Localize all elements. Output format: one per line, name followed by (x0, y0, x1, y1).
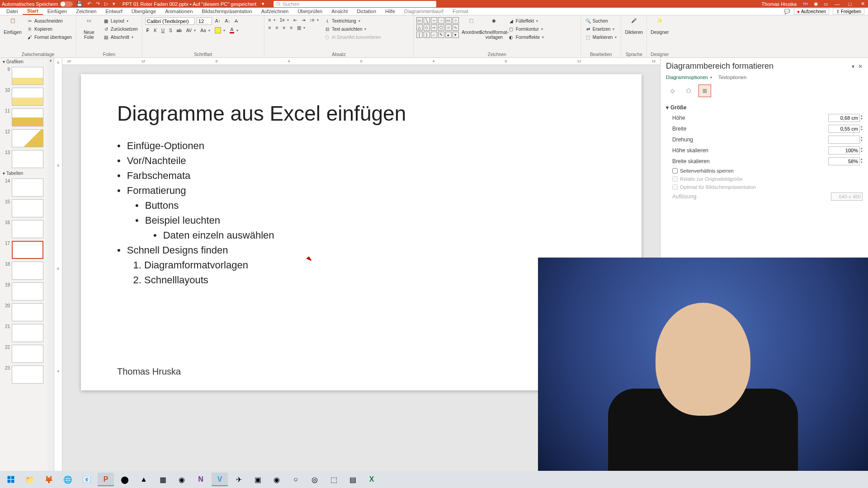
user-name[interactable]: Thomas Hruska (761, 1, 797, 7)
height-spinner[interactable]: ▴▾ (861, 114, 863, 122)
columns-button[interactable]: ▥ (296, 25, 307, 31)
dictate-button[interactable]: 🎤Diktieren (624, 17, 644, 36)
bullet-item[interactable]: Schnell Designs finden (117, 243, 605, 258)
thumb-13[interactable]: 13 (0, 149, 54, 169)
search-box[interactable]: Suchen (274, 1, 436, 7)
line-spacing-button[interactable]: ↕≡ (308, 17, 320, 23)
reset-button[interactable]: ↺Zurücksetzen (102, 25, 139, 33)
pane-close-icon[interactable]: ✕ (858, 63, 863, 70)
tab-hilfe[interactable]: Hilfe (381, 8, 400, 15)
align-text-button[interactable]: ⊟Text ausrichten (323, 25, 382, 33)
fp-size-props-icon[interactable]: ⊞ (698, 84, 711, 97)
shadow-button[interactable]: S (168, 28, 174, 33)
pane-dropdown-icon[interactable]: ▾ (852, 63, 854, 70)
tab-ansicht[interactable]: Ansicht (327, 8, 352, 15)
outlook-button[interactable]: 📧 (79, 473, 95, 486)
designer-button[interactable]: ✨Designer (650, 17, 670, 36)
bullet-item[interactable]: Beispiel leuchten (135, 213, 605, 228)
shape-diamond-icon[interactable]: ◇ (424, 24, 430, 31)
tab-dictation[interactable]: Dictation (352, 8, 381, 15)
tab-format[interactable]: Format (448, 8, 473, 15)
font-name-combo[interactable] (145, 17, 195, 25)
bullet-item[interactable]: Vor/Nachteile (117, 153, 605, 168)
tab-entwurf[interactable]: Entwurf (101, 8, 127, 15)
shape-star-icon[interactable]: ☆ (445, 24, 452, 31)
shape-rect2-icon[interactable]: ▭ (445, 17, 452, 23)
new-slide-button[interactable]: ▭ Neue Folie (79, 17, 99, 41)
tab-ueberpruefen[interactable]: Überprüfen (293, 8, 327, 15)
tab-diagrammentwurf[interactable]: Diagrammentwurf (400, 8, 448, 15)
fp-tab-chart-options[interactable]: Diagrammoptionen (666, 75, 712, 80)
app-button-6[interactable]: ◎ (307, 473, 323, 486)
file-explorer-button[interactable]: 📁 (22, 473, 38, 486)
ribbon-display-icon[interactable]: ⚏ (824, 1, 828, 7)
shape-tri-icon[interactable]: △ (416, 24, 423, 31)
from-beginning-icon[interactable]: ▷ (104, 1, 108, 7)
bullet-item[interactable]: Einfüge-Optionen (117, 138, 605, 153)
rotation-input[interactable] (828, 136, 860, 144)
scale-h-input[interactable] (828, 146, 860, 155)
align-center-button[interactable]: ≡ (274, 25, 280, 31)
smartart-button[interactable]: ⬡In SmartArt konvertieren (323, 33, 382, 41)
app-button-3[interactable]: ◉ (174, 473, 190, 486)
telegram-button[interactable]: ✈ (231, 473, 247, 486)
copy-button[interactable]: ⎘Kopieren (25, 25, 73, 33)
shapes-gallery[interactable]: ▭╲─→▭○ △◇⇨⬠☆∿ {}⌐✎▴▾ (416, 17, 459, 38)
user-avatar[interactable]: TH (802, 1, 808, 7)
window-close-icon[interactable]: ✕ (859, 1, 866, 7)
shape-callout-icon[interactable]: ⬠ (438, 24, 444, 31)
redo-icon[interactable]: ↷ (96, 1, 100, 7)
toggle-pill[interactable] (60, 1, 73, 7)
scale-w-spinner[interactable]: ▴▾ (861, 157, 863, 165)
bullet-list-l3[interactable]: Daten einzeln auswählen (153, 228, 605, 243)
grow-font-button[interactable]: A↑ (214, 18, 222, 24)
thumb-15[interactable]: 15 (0, 198, 54, 219)
paste-button[interactable]: 📋 Einfügen (3, 17, 23, 36)
height-input[interactable] (828, 114, 860, 122)
tab-animationen[interactable]: Animationen (160, 8, 197, 15)
autosave-toggle[interactable]: Automatisches Speichern (2, 1, 73, 7)
tab-bildschirmpraesentation[interactable]: Bildschirmpräsentation (197, 8, 256, 15)
bullet-item[interactable]: Farbschemata (117, 168, 605, 183)
shrink-font-button[interactable]: A↓ (224, 18, 232, 24)
shape-curve-icon[interactable]: ∿ (453, 24, 459, 31)
tab-uebergaenge[interactable]: Übergänge (127, 8, 160, 15)
tab-datei[interactable]: Datei (2, 8, 23, 15)
chrome-button[interactable]: 🌐 (60, 473, 76, 486)
thumb-10[interactable]: 10 (0, 86, 54, 107)
slide-title[interactable]: Diagramme aus Excel einfügen (117, 101, 605, 126)
section-button[interactable]: ▤Abschnitt (102, 33, 139, 41)
record-button[interactable]: ●Aufzeichnen (794, 8, 829, 14)
firefox-button[interactable]: 🦊 (41, 473, 57, 486)
bullet-list[interactable]: Einfüge-Optionen Vor/Nachteile Farbschem… (117, 138, 605, 198)
highlight-button[interactable] (213, 27, 226, 34)
strike-button[interactable]: ab (175, 28, 183, 33)
app-button-4[interactable]: ▣ (250, 473, 266, 486)
fp-effects-icon[interactable]: ⬠ (682, 84, 695, 97)
fp-section-size[interactable]: ▾Größe (666, 103, 863, 113)
tab-start[interactable]: Start (23, 8, 43, 15)
shape-line2-icon[interactable]: ─ (431, 17, 437, 23)
clear-format-button[interactable]: A̶ (233, 18, 239, 24)
thumb-scrollbar[interactable]: ▴▾ (47, 58, 54, 479)
numbering-button[interactable]: 1≡ (278, 17, 290, 23)
doc-title-caret-icon[interactable]: ▾ (262, 1, 264, 7)
justify-button[interactable]: ≡ (288, 25, 294, 31)
scale-h-spinner[interactable]: ▴▾ (861, 146, 863, 155)
save-icon[interactable]: 💾 (76, 1, 83, 7)
vlc-button[interactable]: ▲ (136, 473, 152, 486)
shape-effects-button[interactable]: ◐Formeffekte (507, 33, 545, 41)
font-color-button[interactable]: A (228, 27, 240, 34)
numbered-item[interactable]: Diagramformatvorlagen (144, 258, 605, 272)
shape-more-down-icon[interactable]: ▾ (453, 32, 459, 38)
thumb-23[interactable]: 23 (0, 364, 54, 385)
layout-button[interactable]: ▦Layout (102, 17, 139, 24)
undo-icon[interactable]: ↶ (87, 1, 91, 7)
app-button[interactable]: ⬤ (117, 473, 133, 486)
replace-button[interactable]: ⇄Ersetzen (584, 25, 618, 33)
app-button-5[interactable]: ○ (288, 473, 304, 486)
thumb-21[interactable]: 21 (0, 323, 54, 343)
thumb-17[interactable]: 17 (0, 239, 54, 260)
shape-outline-button[interactable]: ▢Formkontur (507, 25, 545, 33)
app-button-8[interactable]: ▤ (344, 473, 361, 486)
